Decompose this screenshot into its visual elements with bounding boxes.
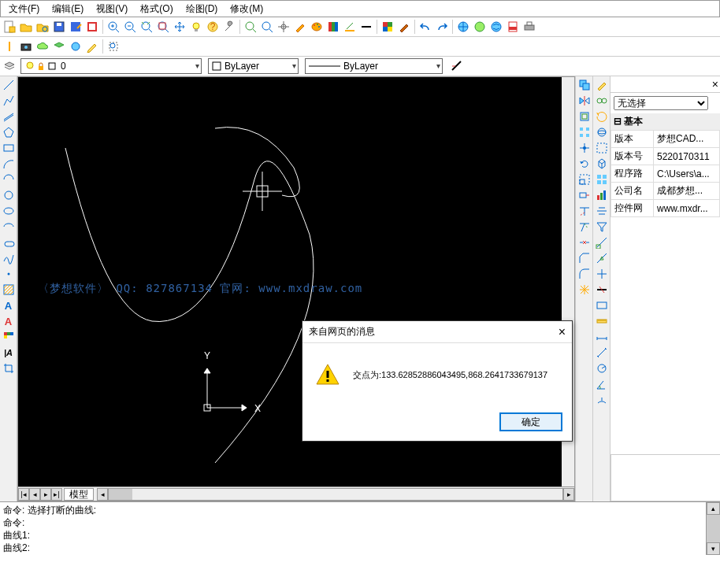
menu-draw[interactable]: 绘图(D) <box>180 1 225 17</box>
rect-select-icon[interactable] <box>106 39 121 54</box>
line-tool-icon[interactable] <box>2 78 16 92</box>
menu-file[interactable]: 文件(F) <box>2 1 46 17</box>
scale-icon[interactable] <box>577 172 592 187</box>
arc2-tool-icon[interactable] <box>2 172 16 187</box>
camera-icon[interactable] <box>18 39 34 54</box>
selection-combo[interactable]: 无选择 <box>614 96 708 110</box>
hscroll-left-icon[interactable]: ◂ <box>97 488 108 501</box>
explode-icon[interactable] <box>577 283 592 297</box>
orbit-icon[interactable] <box>595 125 609 139</box>
zoom-window-icon[interactable] <box>139 19 154 35</box>
cmd-vscroll[interactable]: ▴ ▾ <box>706 502 720 555</box>
divider-icon[interactable] <box>2 39 17 54</box>
break-icon[interactable] <box>577 235 592 250</box>
pdf-icon[interactable] <box>505 19 521 35</box>
properties-close-icon[interactable]: × <box>712 78 718 91</box>
mtext-tool-icon[interactable]: A <box>2 298 16 312</box>
hatch-tool-icon[interactable] <box>2 283 16 297</box>
chamfer-icon[interactable] <box>577 251 592 265</box>
crop-tool-icon[interactable] <box>2 361 16 375</box>
dim-radius-icon[interactable] <box>595 361 609 375</box>
cycle-icon[interactable] <box>595 109 609 124</box>
vscroll-up-icon[interactable]: ▴ <box>707 502 720 515</box>
rect-tool-icon[interactable] <box>2 141 16 155</box>
align-icon[interactable] <box>595 204 609 218</box>
line-btn-icon[interactable] <box>358 19 374 35</box>
undo-icon[interactable] <box>418 19 433 35</box>
hscroll-thumb[interactable] <box>109 489 132 500</box>
layer-manager-icon[interactable] <box>2 58 17 74</box>
filter-icon[interactable] <box>595 220 609 234</box>
bulb-icon[interactable] <box>188 19 204 35</box>
circle-blue-icon[interactable] <box>68 39 84 54</box>
wrench-icon[interactable] <box>221 19 237 35</box>
offset-icon[interactable] <box>577 109 592 124</box>
save-as-icon[interactable] <box>68 19 84 35</box>
cloud-icon[interactable] <box>35 39 50 54</box>
dim-linear-icon[interactable] <box>595 330 609 344</box>
vscroll-thumb[interactable] <box>707 515 720 546</box>
box-sel-icon[interactable] <box>595 141 609 155</box>
globe1-icon[interactable] <box>455 19 471 35</box>
extend-icon[interactable] <box>577 220 592 234</box>
stretch-icon[interactable] <box>577 188 592 202</box>
mline-tool-icon[interactable] <box>2 109 16 124</box>
array-icon[interactable] <box>577 125 592 139</box>
color-combo[interactable]: ByLayer ▾ <box>208 58 299 74</box>
brush2-icon[interactable] <box>396 19 412 35</box>
menu-format[interactable]: 格式(O) <box>134 1 179 17</box>
save-icon[interactable] <box>51 19 67 35</box>
target-icon[interactable] <box>276 19 291 35</box>
underline-icon[interactable] <box>342 19 358 35</box>
pencil-icon[interactable] <box>84 39 100 54</box>
dim-angle-icon[interactable] <box>595 377 609 391</box>
zoom-realtime-icon[interactable] <box>259 19 275 35</box>
spline-tool-icon[interactable] <box>2 251 16 265</box>
trim-icon[interactable] <box>577 204 592 218</box>
snap-mid-icon[interactable] <box>595 251 609 265</box>
menu-edit[interactable]: 编辑(E) <box>46 1 90 17</box>
tab-next-icon[interactable]: ▸ <box>40 488 51 501</box>
lineweight-icon[interactable] <box>449 58 465 74</box>
chart-icon[interactable] <box>595 188 609 202</box>
grid-view-icon[interactable] <box>595 172 609 187</box>
canvas-hscroll[interactable]: ◂ ▸ <box>97 488 574 501</box>
dialog-close-icon[interactable]: × <box>559 325 566 339</box>
mirror-icon[interactable] <box>577 94 592 108</box>
layer-combo[interactable]: 0 ▾ <box>20 58 202 74</box>
text-tool-icon[interactable]: A <box>2 314 16 328</box>
layer-green-icon[interactable] <box>51 39 67 54</box>
polygon-tool-icon[interactable] <box>2 125 16 139</box>
snap-end-icon[interactable] <box>595 235 609 250</box>
fillet-icon[interactable] <box>577 267 592 281</box>
rect2-icon[interactable] <box>595 298 609 312</box>
ellipse-tool-icon[interactable] <box>2 204 16 218</box>
folder-search-icon[interactable] <box>35 19 50 35</box>
vscroll-down-icon[interactable]: ▾ <box>707 542 720 555</box>
model-tab[interactable]: 模型 <box>64 488 94 501</box>
arc-measure-icon[interactable] <box>595 393 609 407</box>
ruler-icon[interactable] <box>595 314 609 328</box>
group-icon[interactable] <box>595 94 609 108</box>
move-icon[interactable] <box>577 141 592 155</box>
globe3-icon[interactable] <box>488 19 504 35</box>
arc-tool-icon[interactable] <box>2 157 16 171</box>
pan-icon[interactable] <box>172 19 187 35</box>
copy-icon[interactable] <box>577 78 592 92</box>
category-basic[interactable]: ⊟ 基本 <box>611 113 720 130</box>
globe2-icon[interactable] <box>472 19 488 35</box>
brush-icon[interactable] <box>292 19 308 35</box>
itext-tool-icon[interactable]: |A <box>2 346 16 360</box>
revcloud-tool-icon[interactable] <box>2 235 16 250</box>
rotate-icon[interactable] <box>577 157 592 171</box>
dim-aligned-icon[interactable] <box>595 346 609 360</box>
zoom-in-icon[interactable] <box>106 19 121 35</box>
tab-first-icon[interactable]: |◂ <box>18 488 29 501</box>
palette-icon[interactable] <box>309 19 325 35</box>
zoom-out-icon[interactable] <box>122 19 138 35</box>
import-icon[interactable] <box>84 19 100 35</box>
ellipse-arc-tool-icon[interactable] <box>2 220 16 234</box>
linetype-combo[interactable]: ByLayer ▾ <box>305 58 443 74</box>
zoom-extents-icon[interactable] <box>155 19 171 35</box>
strike-icon[interactable] <box>595 283 609 297</box>
